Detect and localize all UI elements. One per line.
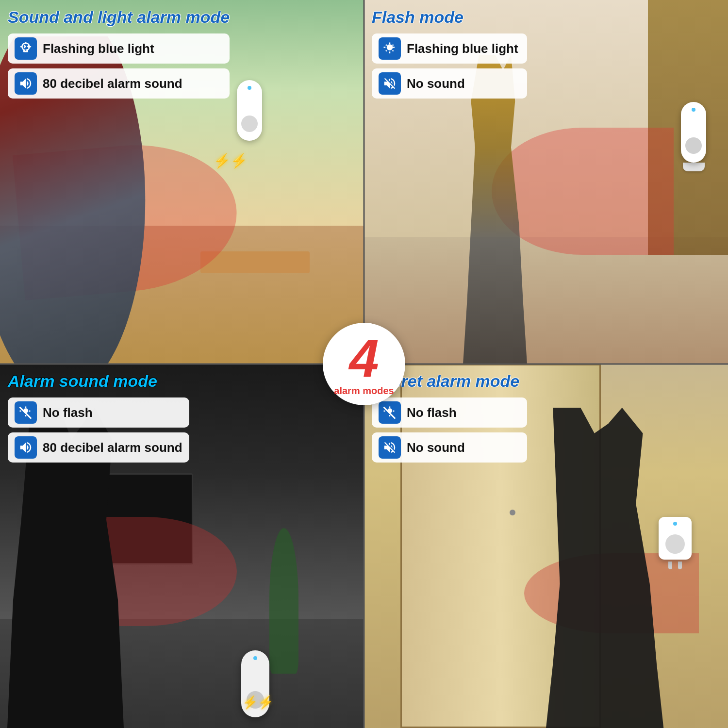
svg-rect-15 [389,415,391,416]
feature-badge-q1-1: 80 decibel alarm sound [8,68,230,99]
svg-rect-1 [20,46,22,48]
svg-rect-6 [384,47,386,48]
svg-rect-7 [393,47,395,48]
alarm-device-q2 [681,102,706,171]
svg-rect-9 [25,407,27,408]
center-label: alarm modes [334,385,394,397]
info-panel-q2: Flash mode Flashing blue light No sound [372,8,527,103]
feature-text-q4-1: No sound [407,440,465,455]
feature-badge-q3-0: No flash [8,397,189,428]
speaker-icon-q3 [15,436,37,459]
feature-badge-q3-1: 80 decibel alarm sound [8,432,189,463]
svg-rect-4 [389,43,391,45]
quadrant-flash: Flash mode Flashing blue light No sound [364,0,728,364]
feature-badge-q1-0: Flashing blue light [8,33,230,64]
feature-text-q2-1: No sound [407,76,465,91]
lightning-q3: ⚡⚡ [242,695,273,710]
main-grid: ⚡⚡ Sound and light alarm mode Flashing b… [0,0,728,728]
lightning-q1: ⚡⚡ [214,153,248,169]
info-panel-q1: Sound and light alarm mode Flashing blue… [8,8,230,103]
alarm-light-icon-q1 [15,37,37,60]
feature-badge-q4-0: No flash [372,397,527,428]
mode-title-q3: Alarm sound mode [8,372,189,391]
feature-text-q3-0: No flash [43,405,93,420]
feature-badge-q2-1: No sound [372,68,527,99]
svg-point-0 [25,42,27,44]
feature-badge-q2-0: Flashing blue light [372,33,527,64]
no-flash-icon-q3 [15,401,37,424]
feature-text-q2-0: Flashing blue light [407,41,518,56]
center-number: 4 [349,331,379,385]
svg-rect-16 [384,411,385,412]
svg-rect-2 [30,46,32,48]
mute-icon-q4 [379,436,401,459]
quadrant-alarm-sound: ⚡⚡ Alarm sound mode No flash 80 decibel … [0,364,364,728]
quadrant-sound-light: ⚡⚡ Sound and light alarm mode Flashing b… [0,0,364,364]
mode-title-q2: Flash mode [372,8,527,27]
feature-text-q1-1: 80 decibel alarm sound [43,76,182,91]
quadrant-secret: Secret alarm mode No flash No sound [364,364,728,728]
svg-rect-11 [20,411,21,412]
svg-point-3 [387,44,393,50]
center-circle: 4 alarm modes [323,323,405,405]
alarm-device-q1 [237,80,262,141]
mode-title-q1: Sound and light alarm mode [8,8,230,27]
svg-rect-17 [393,411,394,412]
mute-icon-q2 [379,72,401,95]
feature-badge-q4-1: No sound [372,432,527,463]
feature-text-q3-1: 80 decibel alarm sound [43,440,182,455]
svg-rect-14 [389,407,391,408]
svg-rect-5 [389,51,391,53]
no-flash-icon-q4 [379,401,401,424]
svg-rect-12 [29,411,30,412]
info-panel-q3: Alarm sound mode No flash 80 decibel ala… [8,372,189,467]
feature-text-q4-0: No flash [407,405,457,420]
svg-rect-10 [25,415,27,416]
alarm-light-icon-q2 [379,37,401,60]
alarm-device-q4 [659,517,692,569]
feature-text-q1-0: Flashing blue light [43,41,154,56]
speaker-icon-q1 [15,72,37,95]
